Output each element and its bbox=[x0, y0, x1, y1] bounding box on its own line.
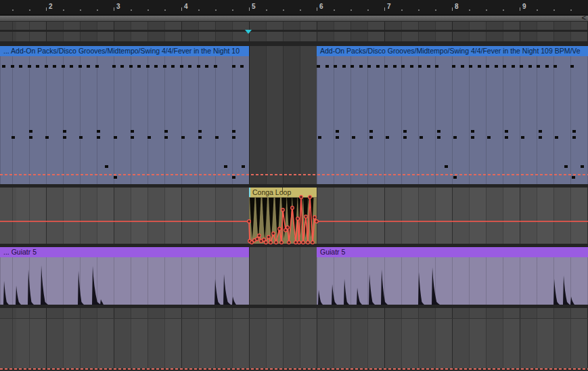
ruler-bar-tick bbox=[181, 7, 182, 11]
automation-breakpoint[interactable] bbox=[311, 241, 315, 244]
automation-breakpoint[interactable] bbox=[291, 206, 294, 210]
midi-clip-body[interactable] bbox=[0, 56, 249, 184]
ruler-beat-dot bbox=[12, 9, 14, 11]
track-separator bbox=[0, 305, 588, 308]
ruler-bar-tick bbox=[249, 7, 250, 11]
lane-divider-line bbox=[0, 318, 588, 319]
ruler-beat-dot bbox=[350, 9, 352, 11]
waveform-spike bbox=[563, 276, 570, 305]
ruler-bar-label: 5 bbox=[252, 3, 256, 11]
automation-breakpoint[interactable] bbox=[281, 209, 285, 212]
automation-breakpoint[interactable] bbox=[286, 226, 290, 230]
ruler-beat-dot bbox=[131, 9, 132, 11]
automation-breakpoint[interactable] bbox=[296, 217, 300, 221]
waveform-spike bbox=[100, 299, 104, 305]
ruler-beat-dot bbox=[232, 9, 233, 11]
waveform-spike bbox=[332, 284, 337, 305]
automation-breakpoint[interactable] bbox=[302, 241, 305, 244]
lane-separator bbox=[0, 41, 588, 46]
clip-guiatr5-right[interactable]: Guiatr 5 bbox=[317, 247, 588, 305]
ruler-beat-dot bbox=[401, 9, 403, 11]
guitar-waveform bbox=[0, 257, 249, 305]
clip-guiatr5-left[interactable]: ... Guiatr 5 bbox=[0, 247, 249, 305]
ruler-beat-dot bbox=[553, 9, 555, 11]
waveform-spike bbox=[41, 265, 48, 305]
automation-breakpoint[interactable] bbox=[248, 220, 251, 223]
waveform-spike bbox=[381, 269, 388, 305]
waveform-spike bbox=[432, 267, 440, 305]
arrangement-view: ... Add-On Packs/Disco Grooves/Midtempo/… bbox=[0, 0, 588, 371]
ruler-beat-dot bbox=[148, 9, 149, 11]
automation-breakpoint[interactable] bbox=[315, 220, 319, 223]
scrub-area[interactable]: < bbox=[0, 16, 588, 22]
waveform-spike bbox=[3, 281, 9, 305]
automation-breakpoint[interactable] bbox=[269, 241, 273, 244]
automation-breakpoint[interactable] bbox=[265, 241, 268, 244]
waveform-spike bbox=[418, 272, 424, 305]
clip-fever-in-the-night-right[interactable]: Add-On Packs/Disco Grooves/Midtempo/Swin… bbox=[317, 46, 588, 184]
automation-breakpoint[interactable] bbox=[280, 241, 284, 244]
automation-breakpoint[interactable] bbox=[258, 234, 261, 238]
waveform-spike bbox=[223, 274, 231, 305]
ruler-beat-dot bbox=[215, 9, 217, 11]
clip-title-bar[interactable]: Add-On Packs/Disco Grooves/Midtempo/Swin… bbox=[317, 46, 588, 56]
ruler-bar-tick bbox=[452, 7, 453, 11]
ruler-bar-label: 8 bbox=[455, 3, 459, 11]
ruler-beat-dot bbox=[503, 9, 504, 11]
clip-title-bar[interactable]: ... Guiatr 5 bbox=[0, 247, 249, 257]
waveform-spike bbox=[92, 266, 101, 305]
ruler-bar-tick bbox=[46, 7, 47, 11]
automation-breakpoint[interactable] bbox=[313, 216, 317, 219]
ruler-beat-dot bbox=[80, 9, 81, 11]
automation-breakpoint[interactable] bbox=[300, 196, 303, 199]
ruler-beat-dot bbox=[334, 9, 335, 11]
volume-automation-envelope[interactable] bbox=[0, 188, 588, 247]
waveform-spike bbox=[78, 271, 84, 305]
automation-breakpoint[interactable] bbox=[294, 241, 298, 244]
ruler-beat-dot bbox=[486, 9, 487, 11]
waveform-spike bbox=[553, 279, 560, 305]
ruler-beat-dot bbox=[300, 9, 301, 11]
automation-breakpoint[interactable] bbox=[298, 241, 301, 244]
lane-separator bbox=[0, 30, 588, 32]
waveform-spike bbox=[369, 274, 375, 305]
ruler-beat-dot bbox=[435, 9, 436, 11]
inactive-automation-line[interactable] bbox=[0, 174, 588, 175]
waveform-spike bbox=[344, 279, 349, 305]
midi-clip-body[interactable] bbox=[317, 56, 588, 184]
ruler-beat-dot bbox=[570, 9, 572, 11]
waveform-spike bbox=[28, 269, 34, 305]
ruler-beat-dot bbox=[164, 9, 166, 11]
clip-title-bar[interactable]: Guiatr 5 bbox=[317, 247, 588, 257]
automation-breakpoint[interactable] bbox=[307, 241, 310, 244]
automation-breakpoint[interactable] bbox=[267, 236, 271, 239]
beat-time-ruler[interactable]: 23456789 bbox=[0, 0, 588, 16]
ruler-bar-label: 4 bbox=[184, 3, 188, 11]
clip-fever-in-the-night-left[interactable]: ... Add-On Packs/Disco Grooves/Midtempo/… bbox=[0, 46, 249, 184]
automation-breakpoint[interactable] bbox=[256, 238, 259, 241]
audio-clip-body[interactable] bbox=[317, 257, 588, 305]
automation-breakpoint[interactable] bbox=[272, 232, 275, 236]
lane-bottom-2-bg bbox=[0, 318, 588, 368]
waveform-spike bbox=[357, 288, 362, 305]
ruler-beat-dot bbox=[283, 9, 284, 11]
automation-breakpoint[interactable] bbox=[288, 241, 291, 244]
ruler-beat-dot bbox=[198, 9, 200, 11]
guitar-waveform bbox=[317, 257, 588, 305]
automation-breakpoint[interactable] bbox=[309, 196, 312, 199]
automation-breakpoint[interactable] bbox=[304, 215, 308, 219]
lane-top-2-bg bbox=[0, 32, 588, 41]
ruler-bar-label: 6 bbox=[319, 3, 323, 11]
waveform-spike bbox=[16, 286, 21, 305]
ruler-beat-dot bbox=[29, 9, 30, 11]
automation-line[interactable] bbox=[0, 197, 588, 242]
clip-title-bar[interactable]: ... Add-On Packs/Disco Grooves/Midtempo/… bbox=[0, 46, 249, 56]
ruler-bar-tick bbox=[317, 7, 317, 11]
audio-clip-body[interactable] bbox=[0, 257, 249, 305]
scroll-left-icon[interactable]: < bbox=[582, 14, 586, 22]
inactive-automation-line[interactable] bbox=[0, 368, 588, 370]
automation-breakpoint[interactable] bbox=[278, 227, 281, 231]
automation-breakpoint[interactable] bbox=[275, 241, 278, 244]
ruler-beat-dot bbox=[97, 9, 98, 11]
insert-marker-icon[interactable] bbox=[245, 30, 252, 34]
